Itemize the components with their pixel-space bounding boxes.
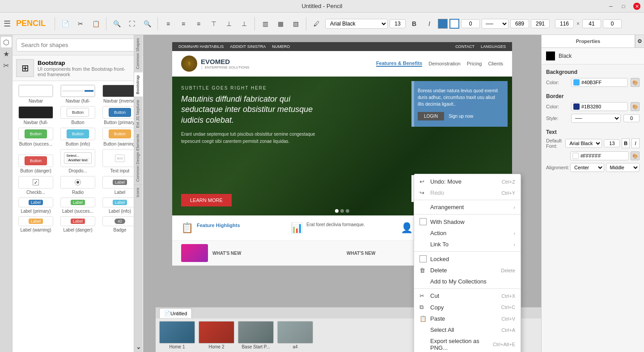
ctx-linkto[interactable]: Link To ›: [414, 239, 521, 250]
nav-features[interactable]: Features & Benefits: [376, 60, 422, 67]
text-color-picker-btn[interactable]: 🎨: [631, 151, 640, 160]
align-right-button[interactable]: ≡: [192, 17, 205, 30]
cut-button[interactable]: ✂: [74, 17, 87, 30]
text-italic-btn[interactable]: I: [631, 138, 640, 148]
clipart-tab-icon[interactable]: ✂: [1, 60, 12, 71]
thumb-home1[interactable]: Home 1: [159, 321, 195, 349]
dist-v-button[interactable]: ▦: [274, 17, 287, 30]
properties-gear[interactable]: ⚙: [635, 35, 644, 47]
learn-more-button[interactable]: LEARN MORE: [181, 194, 232, 206]
side-tab-design[interactable]: Common Design Elements: [134, 131, 143, 185]
italic-button[interactable]: I: [423, 17, 436, 30]
text-halign-select[interactable]: Center Left Right: [570, 163, 604, 172]
ctx-export[interactable]: Export selection as PNG... Ctrl+Alt+E: [414, 335, 521, 352]
border-color-input[interactable]: #1B3280: [571, 102, 628, 111]
side-tab-icons[interactable]: Icons: [134, 185, 143, 200]
ctx-copy[interactable]: ⧉ Copy Ctrl+C: [414, 301, 521, 313]
login-button[interactable]: LOGIN: [418, 112, 444, 120]
prop-black-swatch[interactable]: [546, 52, 555, 60]
shape-item-checkbox[interactable]: ✓ Checkb...: [16, 176, 55, 195]
nav-pricing[interactable]: Pricing: [467, 61, 482, 66]
new-button[interactable]: 📄: [59, 17, 72, 30]
align-top-button[interactable]: ⊤: [207, 17, 220, 30]
bold-button[interactable]: B: [407, 17, 421, 30]
font-size-input[interactable]: [390, 19, 406, 28]
ctx-paste[interactable]: 📋 Paste Ctrl+V: [414, 313, 521, 324]
rotation-input[interactable]: [603, 19, 622, 28]
ctx-arrangement[interactable]: Arrangement ›: [414, 202, 521, 213]
close-button[interactable]: ✕: [633, 3, 640, 10]
ctx-undo[interactable]: ↩ Undo: Move Ctrl+Z: [414, 176, 521, 187]
text-valign-select[interactable]: Middle Top Bottom: [606, 163, 640, 172]
background-color-input[interactable]: #40B3FF: [571, 78, 628, 87]
align-center-button[interactable]: ≡: [177, 17, 190, 30]
side-tab-bootstrap[interactable]: Bootstrap: [134, 72, 143, 97]
shape-item-radio[interactable]: Radio: [58, 176, 97, 195]
text-bold-btn[interactable]: B: [622, 138, 630, 148]
dist-h-button[interactable]: ▥: [258, 17, 272, 30]
search-input[interactable]: [16, 39, 140, 52]
shape-item-btn-info[interactable]: Button Button (info): [58, 128, 97, 146]
border-style-select[interactable]: ── - -: [571, 114, 621, 123]
topnav-link-3[interactable]: NUMERO: [272, 44, 290, 49]
ctx-action[interactable]: Action ›: [414, 228, 521, 239]
shadow-checkbox[interactable]: [419, 218, 427, 225]
thumb-a4[interactable]: a4: [277, 321, 313, 349]
align-left-button[interactable]: ≡: [161, 17, 175, 30]
my-shapes-tab-icon[interactable]: ★: [1, 48, 12, 59]
border-width-input[interactable]: [623, 114, 640, 122]
shape-item-btn-default[interactable]: Button Button: [58, 106, 97, 125]
x-coord-input[interactable]: [510, 19, 529, 28]
properties-tab[interactable]: Properties: [542, 35, 635, 47]
border-width-input[interactable]: [461, 19, 480, 28]
text-font-select[interactable]: Arial Black Arial: [565, 139, 602, 148]
dist-button[interactable]: ▧: [289, 17, 302, 30]
ctx-shadow[interactable]: With Shadow: [414, 216, 521, 228]
thumb-home2[interactable]: Home 2: [199, 321, 234, 349]
shape-item-label-danger[interactable]: Label Label (danger): [58, 216, 97, 232]
y-coord-input[interactable]: [531, 19, 550, 28]
align-bottom-button[interactable]: ⊥: [237, 17, 251, 30]
side-tabs-more[interactable]: ⌄: [134, 341, 143, 352]
fit-button[interactable]: ⛶: [125, 17, 139, 30]
font-family-select[interactable]: Arial Black Arial Times New Roman: [325, 19, 388, 29]
shapes-tab-icon[interactable]: ⬡: [1, 37, 12, 47]
height-input[interactable]: [582, 19, 601, 28]
shape-item-dropdown[interactable]: Select...Another text Dropdo...: [58, 149, 97, 173]
side-tab-extjs[interactable]: Ext JS Neptune: [134, 97, 143, 131]
text-color-input[interactable]: #FFFFFF: [570, 151, 629, 160]
topnav-languages[interactable]: LANGUAGES: [481, 44, 506, 49]
ctx-delete[interactable]: 🗑 Delete Delete: [414, 265, 521, 276]
shape-item-navbar-full[interactable]: Navbar (full-: [58, 85, 97, 103]
dot-1[interactable]: [335, 209, 339, 213]
shape-item-label-warning[interactable]: Label Label (warning): [16, 216, 55, 232]
shape-item-navbar[interactable]: Navbar: [16, 85, 55, 103]
fill-color-swatch[interactable]: [449, 19, 459, 29]
nav-demo[interactable]: Demonstration: [428, 61, 461, 66]
border-picker-btn[interactable]: 🎨: [631, 102, 640, 111]
thumb-base[interactable]: Base Start P...: [238, 321, 274, 349]
locked-checkbox[interactable]: [419, 255, 427, 262]
width-input[interactable]: [555, 19, 574, 28]
text-color-swatch[interactable]: [438, 19, 448, 29]
topnav-link-1[interactable]: DOMINARI HABITABILIS: [178, 44, 224, 49]
shape-item-label-primary[interactable]: Label Label (primary): [16, 197, 55, 214]
shape-item-btn-danger[interactable]: Button Button (danger): [16, 155, 55, 173]
ctx-add-collections[interactable]: Add to My Collections: [414, 276, 521, 287]
text-font-size-input[interactable]: [604, 139, 620, 147]
shape-item-label-success[interactable]: Label Label (succes...: [58, 197, 97, 214]
topnav-contact[interactable]: CONTACT: [455, 44, 475, 49]
ctx-cut[interactable]: ✂ Cut Ctrl+X: [414, 290, 521, 301]
format-button[interactable]: 🖊: [310, 17, 323, 30]
shape-item-navbar-full-dark[interactable]: Navbar (full-: [16, 106, 55, 125]
background-picker-btn[interactable]: 🎨: [631, 78, 640, 87]
dot-3[interactable]: [346, 209, 349, 213]
align-middle-button[interactable]: ⊥: [222, 17, 236, 30]
zoom-in-button[interactable]: 🔍: [140, 17, 154, 30]
signup-link[interactable]: Sign up now: [449, 114, 473, 119]
nav-clients[interactable]: Clients: [488, 61, 503, 66]
shape-item-btn-success[interactable]: Button Button (succes...: [16, 128, 55, 146]
side-tab-common-shapes[interactable]: Common Shapes: [134, 35, 143, 72]
minimize-button[interactable]: ─: [605, 0, 617, 13]
line-style-select[interactable]: ── - -: [482, 19, 508, 29]
